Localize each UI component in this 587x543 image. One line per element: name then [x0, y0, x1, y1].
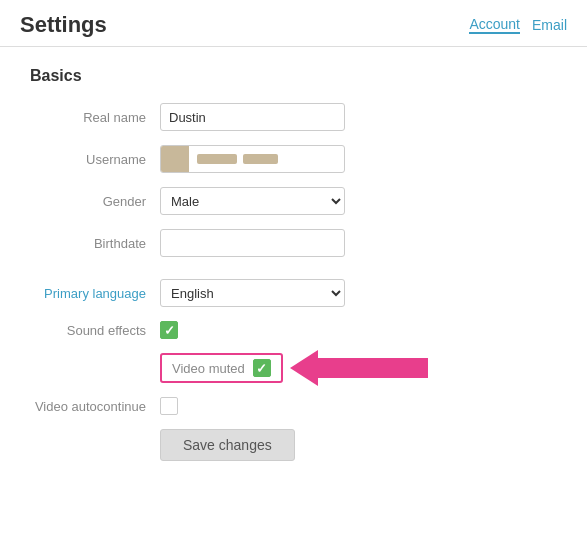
username-dot-block-1 — [197, 154, 237, 164]
page-title: Settings — [20, 12, 107, 38]
birthdate-group: Birthdate — [30, 229, 557, 257]
header-nav: Account Email — [469, 16, 567, 34]
real-name-label: Real name — [30, 110, 160, 125]
video-autocontinue-checkbox[interactable] — [160, 397, 178, 415]
arrow-indicator — [290, 350, 428, 386]
nav-email[interactable]: Email — [532, 17, 567, 33]
primary-language-label: Primary language — [30, 286, 160, 301]
birthdate-label: Birthdate — [30, 236, 160, 251]
username-field[interactable] — [160, 145, 345, 173]
sound-effects-checkbox-container — [160, 321, 178, 339]
primary-language-group: Primary language English Spanish French … — [30, 279, 557, 307]
section-basics-title: Basics — [30, 67, 557, 85]
username-label: Username — [30, 152, 160, 167]
video-muted-label: Video muted — [172, 361, 245, 376]
gender-select[interactable]: Male Female Other — [160, 187, 345, 215]
arrow-body — [318, 358, 428, 378]
sound-effects-label: Sound effects — [30, 323, 160, 338]
settings-content: Basics Real name Username Gender Male Fe… — [0, 47, 587, 495]
username-dot-block-2 — [243, 154, 278, 164]
sound-effects-group: Sound effects — [30, 321, 557, 339]
video-muted-row: Video muted — [30, 353, 557, 383]
primary-language-select[interactable]: English Spanish French German — [160, 279, 345, 307]
real-name-group: Real name — [30, 103, 557, 131]
birthdate-input[interactable] — [160, 229, 345, 257]
video-autocontinue-label: Video autocontinue — [30, 399, 160, 414]
arrow-head — [290, 350, 318, 386]
username-dots — [189, 154, 344, 164]
video-autocontinue-checkbox-container — [160, 397, 178, 415]
video-muted-checkbox[interactable] — [253, 359, 271, 377]
page-header: Settings Account Email — [0, 0, 587, 47]
sound-effects-checkbox[interactable] — [160, 321, 178, 339]
save-group: Save changes — [30, 429, 557, 461]
gender-label: Gender — [30, 194, 160, 209]
real-name-input[interactable] — [160, 103, 345, 131]
gender-group: Gender Male Female Other — [30, 187, 557, 215]
video-autocontinue-group: Video autocontinue — [30, 397, 557, 415]
username-avatar — [161, 146, 189, 172]
save-button[interactable]: Save changes — [160, 429, 295, 461]
nav-account[interactable]: Account — [469, 16, 520, 34]
username-group: Username — [30, 145, 557, 173]
video-muted-box: Video muted — [160, 353, 283, 383]
